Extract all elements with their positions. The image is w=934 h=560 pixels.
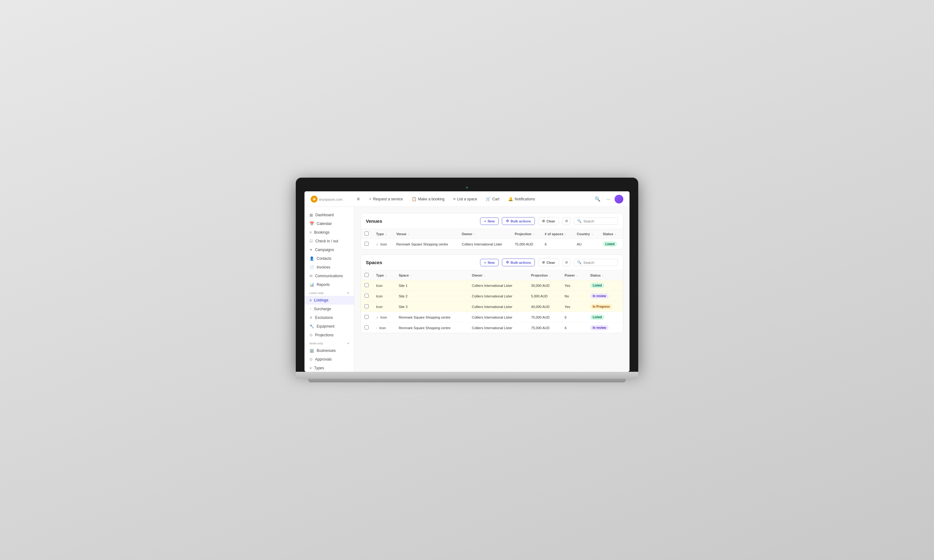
country-sort-icon[interactable]: ↕ [592,233,593,236]
venues-projection-cell: 75,000 AUD [511,239,541,249]
spaces-owner-cell: Colliers International Lister [468,323,527,333]
venues-new-button[interactable]: + New [480,217,499,225]
nav-make-booking[interactable]: 📋 Make a booking [408,195,449,203]
spaces-power-sort-icon[interactable]: ↕ [576,274,578,277]
venues-select-all-checkbox[interactable] [365,231,368,235]
sidebar-invoices-label: Invoices [317,265,330,269]
sidebar-item-types[interactable]: ≡ Types [305,364,354,372]
venues-country-cell: AU [573,239,599,249]
spaces-clear-button[interactable]: ⊘ Clear [538,258,559,266]
sidebar-item-communications[interactable]: ✉ Communications [305,272,354,280]
venues-bulk-button[interactable]: ⚙ Bulk actions [502,217,535,225]
spaces-select-all-checkbox[interactable] [365,273,368,277]
spaces-sort-icon[interactable]: ↕ [565,233,567,236]
sidebar-item-surcharge[interactable]: ↑ Surcharge [305,305,354,313]
sidebar-item-checkin[interactable]: ☑ Check in / out [305,237,354,245]
nav-cart[interactable]: 🛒 Cart [482,195,503,203]
projection-sort-icon[interactable]: ↕ [533,233,535,236]
row-expander[interactable]: › [376,326,377,330]
venues-filter-button[interactable]: ⊘ [562,217,571,225]
sidebar-item-calendar[interactable]: 📅 Calendar [305,219,354,228]
owner-sort-icon[interactable]: ↕ [474,233,475,236]
sidebar-item-invoices[interactable]: 📄 Invoices [305,263,354,272]
sidebar-item-businesses[interactable]: 🏢 Businesses [305,346,354,355]
venues-filter-icon: ⊘ [565,219,568,223]
venues-bulk-label: Bulk actions [510,219,531,223]
sidebar-item-dashboard[interactable]: ▦ Dashboard [305,211,354,219]
nav-notifications-label: Notifications [515,197,535,201]
spaces-select-all-header [361,270,372,280]
venues-section: Venues + New ⚙ Bulk actions [361,213,623,249]
laptop-foot [308,378,626,382]
spaces-section: Spaces + New ⚙ Bulk actions [361,254,623,333]
avatar[interactable] [615,195,623,203]
spaces-proj-sort-icon[interactable]: ↕ [550,274,551,277]
spaces-status-sort-icon[interactable]: ↕ [602,274,604,277]
sidebar-contacts-label: Contacts [317,256,331,261]
venue-sort-icon[interactable]: ↕ [408,233,409,236]
status-badge: In review [590,293,609,298]
spaces-table: Type ↕ Space ↕ Owner [361,270,623,333]
sidebar-item-projections[interactable]: ⊙ Projections [305,331,354,339]
sidebar-item-reports[interactable]: 📊 Reports [305,280,354,289]
sidebar-item-exclusions[interactable]: ✕ Exclusions [305,313,354,322]
calendar-icon: 📅 [310,222,314,226]
bell-icon: 🔔 [508,197,513,201]
spaces-space-cell: Renmark Square Shopping centre [395,312,468,323]
spaces-filter-button[interactable]: ⊘ [562,258,571,266]
venues-clear-button[interactable]: ⊘ Clear [538,217,559,225]
sidebar-item-listings[interactable]: ≡ Listings [305,296,354,305]
checkin-icon: ☑ [310,239,313,243]
search-button[interactable]: 🔍 [593,195,602,203]
nav-list-space[interactable]: ≡ List a space [450,195,481,203]
spaces-projection-cell: 75,000 AUD [527,323,561,333]
venues-header: Venues + New ⚙ Bulk actions [361,214,623,229]
spaces-row-checkbox-0[interactable] [365,283,368,287]
spaces-bulk-button[interactable]: ⚙ Bulk actions [502,258,535,266]
spaces-row-checkbox-2[interactable] [365,304,368,308]
surcharge-icon: ↑ [310,307,311,311]
spaces-status-cell: Listed [587,312,623,323]
sidebar-item-campaigns[interactable]: ✦ Campaigns [305,245,354,254]
status-badge: In review [590,325,609,331]
main-content: Venues + New ⚙ Bulk actions [354,207,629,372]
sidebar-item-equipment[interactable]: 🔧 Equipment [305,322,354,331]
screen-bezel: ◉ anyspaces.com ≡ + Request a service 📋 [296,178,638,372]
spaces-row-checkbox-4[interactable] [365,325,368,329]
spaces-new-button[interactable]: + New [480,259,499,266]
sidebar-item-bookings[interactable]: ≡ Bookings [305,228,354,237]
nav-notifications[interactable]: 🔔 Notifications [504,195,539,203]
table-row: ∨ Icon Renmark Square Shopping centre Co… [361,239,623,249]
spaces-row-checkbox-1[interactable] [365,294,368,298]
sidebar-campaigns-label: Campaigns [315,248,334,252]
sidebar-item-contacts[interactable]: 👤 Contacts [305,254,354,263]
venues-search-input[interactable] [583,219,615,223]
equipment-icon: 🔧 [310,324,314,329]
status-sort-icon[interactable]: ↕ [615,233,617,236]
spaces-bulk-label: Bulk actions [510,261,531,265]
spaces-type-cell: Icon [372,280,395,291]
spaces-type-sort-icon[interactable]: ↕ [385,274,387,277]
spaces-status-cell: In review [587,291,623,302]
sidebar-item-approvals[interactable]: ⊙ Approvals [305,355,354,364]
spaces-space-cell: Renmark Square Shopping centre [395,323,468,333]
venues-title: Venues [366,218,477,224]
type-sort-icon[interactable]: ↕ [385,233,387,236]
spaces-type-cell: ∨ Icon [372,312,395,323]
spaces-type-cell: › Icon [372,323,395,333]
hamburger-button[interactable]: ≡ [354,195,362,203]
spaces-owner-sort-icon[interactable]: ↕ [484,274,485,277]
venues-col-projection: Projection ↕ [511,229,541,239]
spaces-row-checkbox-3[interactable] [365,315,368,319]
table-row: ∨ Icon Renmark Square Shopping centre Co… [361,312,623,323]
venues-row-checkbox-0[interactable] [365,242,368,246]
exclusions-icon: ✕ [310,315,313,320]
sidebar-listings-label: Listings [314,298,328,302]
row-expander[interactable]: ∨ [376,243,378,246]
spaces-search-input[interactable] [583,261,615,265]
nav-request-service[interactable]: + Request a service [365,195,407,203]
spaces-space-sort-icon[interactable]: ↕ [410,274,412,277]
more-button[interactable]: ··· [605,195,612,203]
content-area: ▦ Dashboard 📅 Calendar ≡ Bookings ☑ [305,207,629,372]
row-expander[interactable]: ∨ [376,316,378,319]
